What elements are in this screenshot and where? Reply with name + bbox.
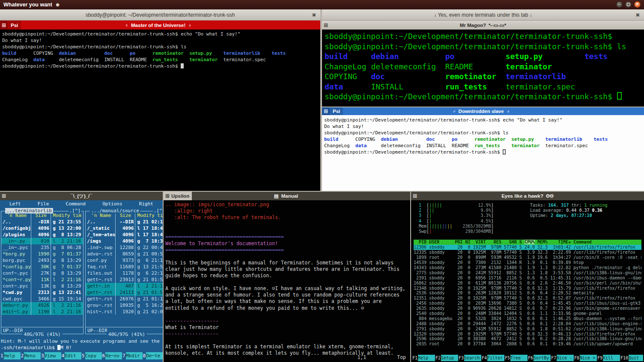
file-row[interactable]: /_tem~ates4096l 17 18:40 xyxy=(86,231,163,238)
mc-left-path[interactable]: ...terminatorlib xyxy=(5,208,53,214)
file-row[interactable]: gett~.rst23913g 21 01:58 xyxy=(86,276,163,283)
terminal-titlebar-master[interactable]: ⊞ Psi ♀Master of the Universe!♁ xyxy=(0,21,320,30)
file-row[interactable]: __in~.pyc235g 8 06:28 xyxy=(1,244,83,251)
mc-command-line[interactable]: -ssh/terminatorlib$ M 0! xyxy=(0,345,163,351)
process-row[interactable]: 1899 root 20 0 890M 593M 49532 S 1.9 19.… xyxy=(414,255,641,260)
file-row[interactable]: *config.py30Kg 7 01:37 xyxy=(1,264,83,270)
terminal-titlebar-vim[interactable]: ⊞Upsilon ▤Manual xyxy=(164,192,410,200)
file-row[interactable]: /plugins4096g 8 13:29 xyxy=(1,231,83,238)
fnkey-quit[interactable]: F10Quit xyxy=(620,355,643,361)
fnkey-help[interactable]: 1Help xyxy=(0,352,21,359)
file-row[interactable]: *cwd.py2313g 13 22:41 xyxy=(1,289,83,296)
file-row[interactable]: /..--DIRg 21 02:11 xyxy=(86,219,163,225)
tab-bar[interactable]: ↓ Yes, even more terminals under this ta… xyxy=(322,9,644,21)
process-row[interactable]: 2635 sboddy 20 0 90936 20628 14812 S 0.6… xyxy=(414,306,641,311)
fnkey-sortby[interactable]: F6SortBy xyxy=(528,355,551,361)
process-row[interactable]: 2791 sboddy 20 0 241M 55912 8852 S 0.6 1… xyxy=(414,326,641,332)
mc-right-panel[interactable]: .../manual/source .[^] 'n Name Size Modi… xyxy=(85,211,163,334)
process-row[interactable]: 12320 sboddy 20 0 1925M 978M 57740 S 0.6… xyxy=(414,332,641,337)
terminal-master[interactable]: sboddy@pinpoint:~/Development/terminator… xyxy=(0,30,320,191)
terminal-titlebar-htop[interactable]: ⊞ Eyes like a hawk?ΘΘ xyxy=(411,192,644,200)
mc-menu-item-command[interactable]: Command xyxy=(66,201,86,208)
fnkey-mkdir[interactable]: 7Mkdir xyxy=(122,352,143,359)
file-row[interactable]: /_static4096l 17 18:40 xyxy=(86,225,163,231)
process-row[interactable]: 16862 sboddy 20 0 611M 80136 20756 S 0.6… xyxy=(414,281,641,286)
window-titlebar[interactable]: Whatever you want ☻ − ▢ ✕ xyxy=(0,0,644,9)
left-window-titlebar[interactable]: sboddy@pinpoint: ~/Development/terminato… xyxy=(0,9,320,21)
process-row[interactable]: 12351 sboddy 20 0 1925M 978M 57740 S 0.6… xyxy=(414,296,641,301)
group-label-upsilon[interactable]: Upsilon xyxy=(171,193,189,199)
group-segment-upsilon[interactable]: ⊞Upsilon xyxy=(164,192,192,200)
mc-menu-item-right[interactable]: Right xyxy=(139,201,153,208)
mc-left-panel[interactable]: ...terminatorlib .[^] 'n Name Size Modif… xyxy=(1,211,83,334)
mc-menu-item-left[interactable]: Left xyxy=(9,201,21,208)
file-row[interactable]: __in~.py810l 2 21:16 xyxy=(1,238,83,244)
file-row[interactable]: gett~.in407l 2 21:16 xyxy=(86,283,163,289)
mc-menu-item-file[interactable]: File xyxy=(38,201,49,208)
fnkey-reov[interactable]: 6Re~ov xyxy=(102,352,122,359)
fnkey-search[interactable]: F3Search xyxy=(458,355,481,361)
mc-right-path[interactable]: .../manual/source xyxy=(89,208,140,214)
terminator-grid-icon[interactable]: ⊞ xyxy=(164,192,171,200)
close-button[interactable]: ✕ xyxy=(634,1,641,8)
fnkey-setup[interactable]: F2Setup xyxy=(435,355,458,361)
process-row[interactable]: 884 messagebu 20 0 5328 3024 1032 S 0.6 … xyxy=(414,316,641,321)
file-row[interactable]: /..-DIRg 21 23:55 xyxy=(1,219,83,225)
process-row[interactable]: 12306 sboddy 20 0 1925M 978M 57740 S 24.… xyxy=(414,245,641,250)
file-row[interactable]: .ind~.swp12288g 22 00:43 xyxy=(86,244,163,251)
process-row[interactable]: 2391 sboddy 20 0 6956 15716 2116 S 0.6 0… xyxy=(414,276,641,281)
fnkey-nice[interactable]: F7Nice - xyxy=(551,355,574,361)
mc-menu-item-options[interactable]: Options xyxy=(102,201,122,208)
process-row[interactable]: 14343 sboddy 20 0 273M 41580 21480 S 1.9… xyxy=(414,265,641,270)
file-row[interactable]: files.out1178g 6 22:12 xyxy=(86,270,163,276)
file-row[interactable]: gett~.rst26976g 21 01:13 xyxy=(86,296,163,302)
htop-header-row[interactable]: PID USER PRI NI VIRT RES SHR S CPU% MEM%… xyxy=(414,240,641,245)
process-row[interactable]: 2035 root 20 0 37784 3064 2808 S 0.6 0.1… xyxy=(414,341,641,347)
process-row[interactable]: 2775 sboddy 20 0 241M 55912 8852 S 1.3 1… xyxy=(414,270,641,276)
fnkey-help[interactable]: F1Help xyxy=(412,355,435,361)
process-row[interactable]: 2536 sboddy 20 0 263M 12820 10112 S 0.6 … xyxy=(414,291,641,296)
file-row[interactable]: conf~.pyc27Kg 8 13:29 xyxy=(1,270,83,276)
file-row[interactable]: cont~.pyc13Kg 8 13:29 xyxy=(1,283,83,289)
terminal-titlebar-mc[interactable]: ⊞ ¯\_(ツ)_/¯ xyxy=(0,192,163,200)
terminal-titlebar-slave[interactable]: ⊞ Psi ♂Downtrodden slave♁ xyxy=(322,107,644,115)
file-row[interactable]: cwd.pyc3466g 15 19:14 xyxy=(1,296,83,302)
process-row[interactable]: 2596 sboddy 20 0 38388 4672 2412 S 0.6 0… xyxy=(414,336,641,341)
terminal-titlebar-magoo[interactable]: ⊞ Mr Magoo?*⌐▭-▭* xyxy=(322,21,644,30)
htop-monitor[interactable]: 1 [||||| 12.9%] 2 [|| 9.0%] 3 [| 3.3%] 4… xyxy=(411,200,644,362)
terminator-grid-icon[interactable]: ⊞ xyxy=(322,21,330,30)
file-row[interactable]: /configobj4096g 13 22:00 xyxy=(1,225,83,231)
file-row[interactable]: hist~.rst1920g 21 02:03 xyxy=(86,309,163,315)
fnkey-dete[interactable]: 8De~te xyxy=(143,352,163,359)
left-window-close-icon[interactable]: ✖ xyxy=(312,12,316,18)
terminal-slave[interactable]: sboddy@pinpoint:~/Development/terminator… xyxy=(322,115,644,191)
file-row[interactable]: *cont~r.py11Kl 2 21:16 xyxy=(1,276,83,283)
vim-editor[interactable]: .. image:: imgs/icon_terminator.png :ali… xyxy=(164,200,410,362)
file-row[interactable]: borg.pyc2493g 8 13:29 xyxy=(1,257,83,264)
file-row[interactable]: adva~.rst8659g 21 00:52 xyxy=(86,251,163,257)
process-row[interactable]: 2488 sboddy 20 0 29444 2472 2276 S 0.6 0… xyxy=(414,321,641,326)
midnight-commander[interactable]: LeftFileCommandOptionsRight ...terminato… xyxy=(0,200,163,362)
fnkey-view[interactable]: 3View xyxy=(41,352,61,359)
fnkey-kill[interactable]: F9Kill xyxy=(597,355,620,361)
tab-label[interactable]: ↓ Yes, even more terminals under this ta… xyxy=(434,12,532,18)
file-row[interactable]: faq.rst11689g 13 21:54 xyxy=(86,264,163,270)
group-label-psi[interactable]: Psi xyxy=(8,21,21,30)
process-row[interactable]: 12335 sboddy 20 0 1925M 978M 57740 S 3.9… xyxy=(414,250,641,255)
file-row[interactable]: debu~r.py4926l 2 21:16 xyxy=(1,302,83,309)
fnkey-edit[interactable]: 4Edit xyxy=(61,352,82,359)
maximize-button[interactable]: ▢ xyxy=(625,1,632,8)
fnkey-nice[interactable]: F8Nice + xyxy=(574,355,597,361)
terminator-grid-icon[interactable]: ⊞ xyxy=(0,21,8,30)
fnkey-menu[interactable]: 2Menu xyxy=(21,352,41,359)
fnkey-tree[interactable]: F5Tree xyxy=(504,355,528,361)
terminator-grid-icon[interactable]: ⊞ xyxy=(411,192,419,200)
mc-left-corner[interactable]: .[^] xyxy=(69,208,82,214)
terminator-grid-icon[interactable]: ⊞ xyxy=(322,107,330,115)
tab-close-icon[interactable]: ✖ xyxy=(636,12,640,18)
process-row[interactable]: 14539 sboddy 20 0 7300 2132 1344 R 1.9 0… xyxy=(414,260,641,265)
process-row[interactable]: 12348 sboddy 20 0 1925M 978M 57740 S 0.6… xyxy=(414,286,641,291)
file-row[interactable]: grou~.rst10935g 5 16:20 xyxy=(86,302,163,309)
fnkey-copy[interactable]: 5Copy xyxy=(81,352,102,359)
file-row[interactable]: gett~.rst24113g 21 01:58 xyxy=(86,289,163,296)
